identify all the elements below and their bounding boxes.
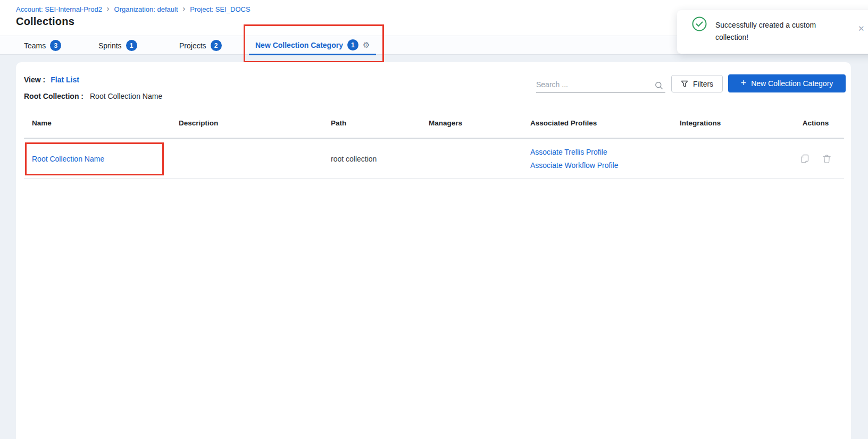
new-collection-category-button-label: New Collection Category [751,79,833,88]
new-collection-category-button[interactable]: + New Collection Category [728,74,846,92]
gear-icon[interactable]: ⚙ [363,41,370,49]
tab-sprints[interactable]: Sprints 1 [92,36,144,55]
tab-new-collection-category[interactable]: New Collection Category 1 ⚙ [249,36,376,55]
tab-projects-count-badge: 2 [211,40,222,51]
plus-icon: + [741,78,747,89]
column-header-path: Path [331,119,429,127]
filter-funnel-icon [681,80,688,88]
root-collection-value: Root Collection Name [90,92,162,100]
table-row-divider [24,178,844,179]
content-card: View : Flat List Root Collection : Root … [16,62,851,439]
view-label: View : [24,75,45,84]
column-header-actions: Actions [795,119,836,127]
search-input[interactable] [536,78,648,91]
cell-name: Root Collection Name [32,154,179,164]
view-row: View : Flat List [24,75,79,84]
check-circle-icon [692,16,707,31]
chevron-right-icon: › [183,5,186,13]
tab-projects[interactable]: Projects 2 [173,36,228,55]
column-header-associated-profiles: Associated Profiles [530,119,680,127]
page-title: Collections [16,15,74,28]
tab-teams-label: Teams [24,41,46,50]
column-header-managers: Managers [429,119,530,127]
breadcrumb-project-link[interactable]: Project: SEI_DOCS [190,5,250,13]
tab-projects-label: Projects [179,41,206,50]
trash-icon[interactable] [822,154,831,164]
cell-associated-profiles: Associate Trellis Profile Associate Work… [530,148,680,170]
table-row: Root Collection Name root collection Ass… [16,139,851,178]
cell-path: root collection [331,155,429,163]
success-toast: Successfully created a custom collection… [677,10,868,54]
tab-teams-count-badge: 3 [50,40,61,51]
chevron-right-icon: › [107,5,110,13]
column-header-integrations: Integrations [680,119,795,127]
toast-message: Successfully created a custom collection… [715,19,830,44]
breadcrumb-organization-link[interactable]: Organization: default [114,5,178,13]
associate-trellis-profile-link[interactable]: Associate Trellis Profile [530,148,680,156]
close-icon[interactable]: ✕ [858,24,865,33]
tab-new-collection-category-label: New Collection Category [255,41,343,49]
filters-button[interactable]: Filters [671,75,723,92]
root-collection-row: Root Collection : Root Collection Name [24,92,162,100]
collection-name-link[interactable]: Root Collection Name [32,155,104,163]
root-collection-label: Root Collection : [24,92,84,100]
view-flat-list-link[interactable]: Flat List [51,75,79,84]
tab-new-collection-category-count-badge: 1 [347,39,358,50]
breadcrumb-account-link[interactable]: Account: SEI-Internal-Prod2 [16,5,102,13]
breadcrumb: Account: SEI-Internal-Prod2 › Organizati… [16,5,251,13]
copy-icon[interactable] [800,154,809,164]
tab-sprints-count-badge: 1 [126,40,137,51]
cell-actions [795,154,836,164]
tab-sprints-label: Sprints [98,41,122,50]
search-box [536,78,665,93]
table-header-row: Name Description Path Managers Associate… [16,115,851,130]
search-icon [655,81,663,90]
tab-teams[interactable]: Teams 3 [18,36,68,55]
column-header-name: Name [32,119,179,127]
column-header-description: Description [179,119,331,127]
filters-button-label: Filters [693,80,713,88]
associate-workflow-profile-link[interactable]: Associate Workflow Profile [530,161,680,170]
